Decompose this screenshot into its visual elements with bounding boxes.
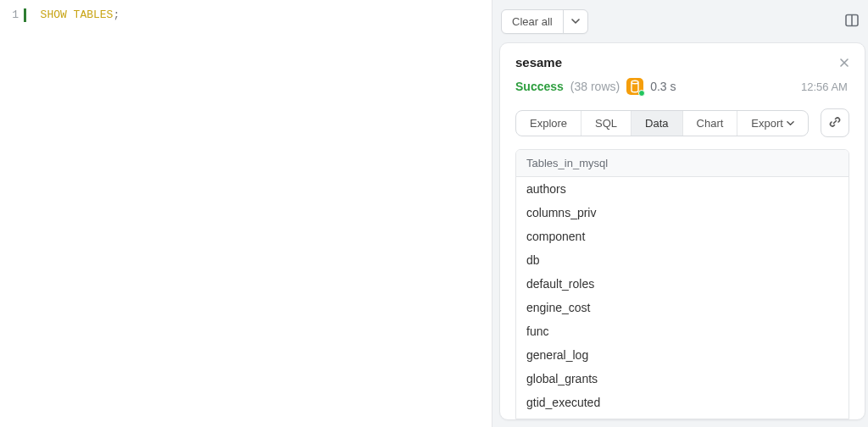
- clear-all-button[interactable]: Clear all: [502, 10, 563, 33]
- table-row[interactable]: global_grants: [516, 367, 849, 391]
- toggle-layout-button[interactable]: [840, 9, 864, 33]
- tab-export-label: Export: [751, 117, 783, 130]
- table-row[interactable]: authors: [516, 177, 849, 201]
- clear-all-label: Clear all: [512, 15, 553, 28]
- table-row[interactable]: engine_cost: [516, 296, 849, 319]
- tab-chart-label: Chart: [697, 117, 724, 130]
- close-icon: [839, 57, 849, 70]
- table-row[interactable]: db: [516, 248, 849, 272]
- clear-all-dropdown-button[interactable]: [563, 10, 587, 33]
- column-header[interactable]: Tables_in_mysql: [516, 150, 849, 177]
- tab-explore[interactable]: Explore: [516, 111, 581, 136]
- results-toolbar: Clear all: [492, 0, 868, 42]
- table-row[interactable]: general_log: [516, 343, 849, 367]
- table-row[interactable]: func: [516, 319, 849, 343]
- database-badge-icon: [626, 78, 643, 95]
- link-icon: [828, 115, 842, 131]
- panel-layout-icon: [844, 13, 860, 30]
- tab-data[interactable]: Data: [632, 111, 682, 136]
- table-row[interactable]: gtid_executed: [516, 391, 849, 414]
- row-count-label: (38 rows): [570, 80, 620, 93]
- line-number-gutter: 1: [0, 0, 24, 427]
- tab-explore-label: Explore: [530, 117, 567, 130]
- results-pane: Clear all sesame: [492, 0, 868, 427]
- result-tab-row: Explore SQL Data Chart Export: [500, 105, 865, 149]
- chevron-down-icon: [571, 17, 580, 25]
- run-clock-time: 12:56 AM: [801, 80, 848, 93]
- chevron-down-icon: [787, 119, 794, 127]
- sql-keyword: SHOW TABLES: [41, 8, 114, 21]
- sql-terminator: ;: [113, 8, 120, 21]
- data-table: Tables_in_mysql authorscolumns_privcompo…: [515, 149, 849, 419]
- result-view-segmented: Explore SQL Data Chart Export: [515, 110, 809, 136]
- tab-sql-label: SQL: [595, 117, 617, 130]
- table-row[interactable]: component: [516, 225, 849, 248]
- active-line-marker: [24, 8, 26, 22]
- elapsed-time: 0.3 s: [650, 80, 676, 93]
- data-table-container: Tables_in_mysql authorscolumns_privcompo…: [500, 149, 865, 419]
- sql-editor[interactable]: 1 SHOW TABLES;: [0, 0, 492, 427]
- query-result-card: sesame Success (38 rows) 0.3 s 12:56 AM …: [499, 42, 865, 420]
- result-header: sesame: [500, 43, 865, 75]
- table-row[interactable]: columns_priv: [516, 201, 849, 225]
- connection-title: sesame: [515, 55, 849, 69]
- copy-link-button[interactable]: [821, 108, 849, 137]
- result-status-row: Success (38 rows) 0.3 s 12:56 AM: [500, 75, 865, 105]
- code-line-1[interactable]: SHOW TABLES;: [24, 0, 120, 427]
- close-result-button[interactable]: [836, 55, 853, 72]
- tab-sql[interactable]: SQL: [581, 111, 632, 136]
- table-row[interactable]: default_roles: [516, 272, 849, 296]
- data-table-body[interactable]: authorscolumns_privcomponentdbdefault_ro…: [516, 177, 849, 419]
- tab-chart[interactable]: Chart: [683, 111, 738, 136]
- clear-all-split-button: Clear all: [501, 9, 588, 34]
- tab-export[interactable]: Export: [737, 111, 808, 136]
- line-number: 1: [0, 8, 19, 21]
- status-success-label: Success: [515, 80, 564, 93]
- tab-data-label: Data: [645, 117, 668, 130]
